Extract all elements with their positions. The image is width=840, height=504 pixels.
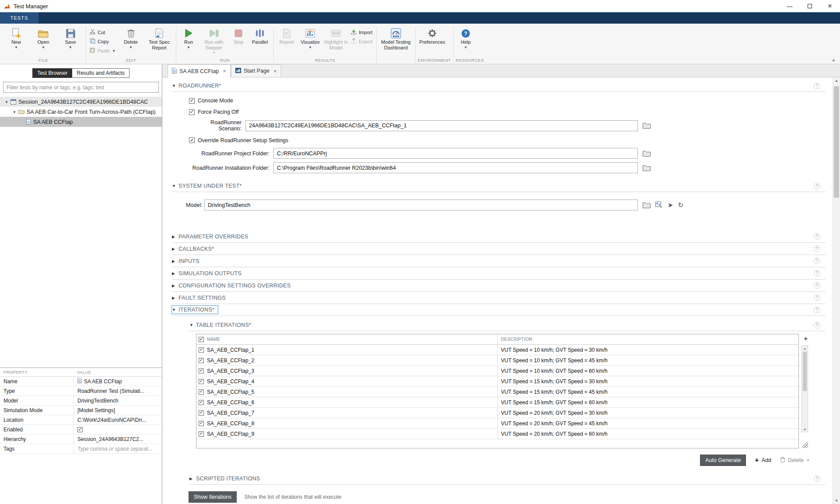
tree-item-session[interactable]: ▾ Session_24A9643B127C2C49EA1966DE1BD48C… xyxy=(0,97,162,107)
show-iterations-button[interactable]: Show Iterations xyxy=(189,491,237,503)
tree-item-test[interactable]: SA AEB CCFtap xyxy=(0,117,162,127)
use-current-model-icon[interactable]: ➤ xyxy=(668,202,673,208)
iteration-row-7[interactable]: SA_AEB_CCFtap_7 VUT Speed = 20 km/h; GVT… xyxy=(196,408,798,418)
import-button[interactable]: Import xyxy=(350,28,374,36)
section-header-iterations[interactable]: ▼ ITERATIONS* ? xyxy=(172,304,826,316)
iteration-row-2[interactable]: SA_AEB_CCFtap_2 VUT Speed = 10 km/h; GVT… xyxy=(196,355,798,366)
iteration-row-8[interactable]: SA_AEB_CCFtap_8 VUT Speed = 20 km/h; GVT… xyxy=(196,418,798,429)
tab-tests[interactable]: TESTS xyxy=(0,12,38,24)
iteration-checkbox[interactable] xyxy=(199,358,204,363)
section-header-table-iterations[interactable]: ▼ TABLE ITERATIONS* ? xyxy=(189,319,826,331)
open-button[interactable]: Open ▼ xyxy=(30,25,56,57)
iteration-checkbox[interactable] xyxy=(199,421,204,426)
iteration-checkbox[interactable] xyxy=(199,410,204,416)
test-spec-report-button[interactable]: Test Spec Report xyxy=(145,25,174,57)
roadrunner-install-folder-input[interactable] xyxy=(273,162,638,173)
save-button[interactable]: Save ▼ xyxy=(57,25,84,57)
help-icon[interactable]: ? xyxy=(814,270,820,276)
iteration-checkbox[interactable] xyxy=(199,389,204,395)
scrollbar-thumb[interactable] xyxy=(834,86,839,198)
browse-folder-icon[interactable] xyxy=(643,165,651,171)
iteration-row-5[interactable]: SA_AEB_CCFtap_5 VUT Speed = 15 km/h; GVT… xyxy=(196,387,798,397)
section-header-scripted-iterations[interactable]: ▶ SCRIPTED ITERATIONS ? xyxy=(189,473,826,485)
model-input[interactable] xyxy=(204,200,638,210)
scrollbar-thumb[interactable] xyxy=(803,352,807,391)
table-scrollbar[interactable]: ▲ ▼ xyxy=(802,346,808,432)
enabled-checkbox[interactable] xyxy=(77,427,83,432)
browse-folder-icon[interactable] xyxy=(643,150,651,157)
section-header-callbacks[interactable]: ▶ CALLBACKS* ? xyxy=(172,243,826,255)
override-settings-checkbox[interactable] xyxy=(189,137,195,143)
close-tab-icon[interactable]: × xyxy=(273,68,277,74)
parallel-button[interactable]: Parallel xyxy=(248,25,271,57)
iteration-row-4[interactable]: SA_AEB_CCFtap_4 VUT Speed = 15 km/h; GVT… xyxy=(196,376,798,387)
new-button[interactable]: New ▼ xyxy=(3,25,29,57)
section-header-simulation-outputs[interactable]: ▶ SIMULATION OUTPUTS ? xyxy=(172,267,826,280)
iteration-checkbox[interactable] xyxy=(199,368,204,374)
add-button[interactable]: + Add xyxy=(755,457,771,464)
copy-button[interactable]: Copy xyxy=(88,38,117,45)
help-icon[interactable]: ? xyxy=(814,83,820,89)
iteration-row-1[interactable]: SA_AEB_CCFtap_1 VUT Speed = 10 km/h; GVT… xyxy=(196,345,798,355)
minimize-button[interactable]: — xyxy=(780,0,800,12)
scroll-down-icon[interactable]: ▼ xyxy=(802,428,808,431)
main-scrollbar[interactable]: ▲ ▼ xyxy=(833,77,840,504)
iteration-row-3[interactable]: SA_AEB_CCFtap_3 VUT Speed = 10 km/h; GVT… xyxy=(196,366,798,376)
collapse-toolstrip-icon[interactable]: ▲ xyxy=(832,58,836,62)
visualize-button[interactable]: Visualize ▼ xyxy=(298,25,322,57)
section-header-system-under-test[interactable]: ▼ SYSTEM UNDER TEST* ? xyxy=(172,180,826,192)
help-icon[interactable]: ? xyxy=(814,307,820,313)
help-icon[interactable]: ? xyxy=(814,183,820,189)
help-icon[interactable]: ? xyxy=(814,282,820,289)
tab-results-and-artifacts[interactable]: Results and Artifacts xyxy=(72,68,129,78)
chevron-collapsed-icon: ▶ xyxy=(172,284,178,288)
iteration-row-9[interactable]: SA_AEB_CCFtap_9 VUT Speed = 20 km/h; GVT… xyxy=(196,429,798,439)
delete-button[interactable]: Delete ▼ xyxy=(118,25,144,57)
section-header-parameter-overrides[interactable]: ▶ PARAMETER OVERRIDES ? xyxy=(172,231,826,243)
iteration-checkbox[interactable] xyxy=(199,431,204,437)
tab-test-browser[interactable]: Test Browser xyxy=(32,68,72,78)
open-model-icon[interactable] xyxy=(655,202,663,208)
refresh-icon[interactable]: ↻ xyxy=(678,202,684,208)
table-resize-grip[interactable] xyxy=(802,442,808,448)
section-header-configuration-settings-overrides[interactable]: ▶ CONFIGURATION SETTINGS OVERRIDES ? xyxy=(172,280,826,292)
tree-item-suite[interactable]: ▾ SA AEB Car-to-Car Front Turn-Across-Pa… xyxy=(0,107,162,117)
iteration-checkbox[interactable] xyxy=(199,347,204,353)
help-icon[interactable]: ? xyxy=(814,294,820,301)
roadrunner-scenario-input[interactable] xyxy=(245,120,638,131)
force-pacing-checkbox[interactable] xyxy=(189,109,195,115)
help-icon[interactable]: ? xyxy=(814,245,820,252)
iteration-checkbox[interactable] xyxy=(199,400,204,405)
preferences-button[interactable]: Preferences xyxy=(418,25,447,57)
cut-button[interactable]: Cut xyxy=(88,28,117,36)
help-icon[interactable]: ? xyxy=(814,258,820,264)
tags-input[interactable]: Type comma or space separat... xyxy=(74,444,162,453)
iteration-checkbox[interactable] xyxy=(199,379,204,384)
close-tab-icon[interactable]: × xyxy=(223,68,226,74)
filter-tests-input[interactable] xyxy=(3,82,159,93)
select-all-checkbox[interactable] xyxy=(199,337,204,342)
add-iteration-icon[interactable]: + xyxy=(804,335,808,342)
close-button[interactable]: × xyxy=(820,0,840,12)
run-button[interactable]: Run ▼ xyxy=(178,25,199,57)
iteration-row-6[interactable]: SA_AEB_CCFtap_6 VUT Speed = 15 km/h; GVT… xyxy=(196,397,798,408)
scroll-down-icon[interactable]: ▼ xyxy=(833,499,840,503)
doc-tab-start-page[interactable]: Start Page × xyxy=(231,64,281,77)
auto-generate-button[interactable]: Auto Generate xyxy=(700,455,746,466)
help-icon[interactable]: ? xyxy=(814,476,820,482)
section-header-roadrunner[interactable]: ▼ ROADRUNNER* ? xyxy=(172,80,826,92)
maximize-button[interactable] xyxy=(800,0,820,12)
scroll-up-icon[interactable]: ▲ xyxy=(833,79,840,83)
model-testing-dashboard-button[interactable]: Model Testing Dashboard xyxy=(379,25,413,57)
browse-folder-icon[interactable] xyxy=(643,122,651,129)
browse-model-icon[interactable] xyxy=(643,202,651,208)
doc-tab-sa-aeb-ccftap[interactable]: SA AEB CCFtap × xyxy=(168,64,231,77)
section-header-fault-settings[interactable]: ▶ FAULT SETTINGS ? xyxy=(172,292,826,304)
help-icon[interactable]: ? xyxy=(814,322,820,329)
help-icon[interactable]: ? xyxy=(814,233,820,240)
scroll-up-icon[interactable]: ▲ xyxy=(802,347,808,350)
section-header-inputs[interactable]: ▶ INPUTS ? xyxy=(172,255,826,267)
console-mode-checkbox[interactable] xyxy=(189,98,195,104)
help-button[interactable]: ? Help ▼ xyxy=(456,25,476,57)
roadrunner-project-folder-input[interactable] xyxy=(273,148,638,159)
